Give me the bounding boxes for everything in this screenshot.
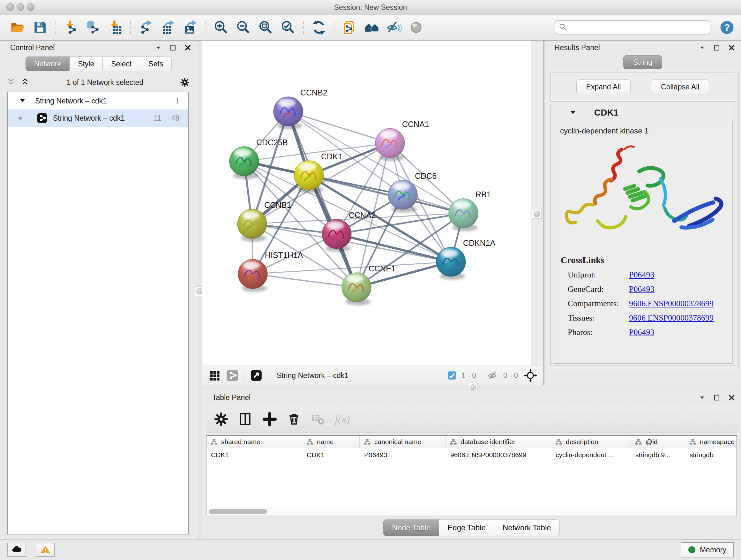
panel-float-icon[interactable] [713,44,721,52]
search-input[interactable] [568,23,706,32]
refresh-network-button[interactable] [310,18,328,37]
tree-expander-icon[interactable] [18,97,27,105]
panel-menu-icon[interactable] [698,44,706,52]
import-table-button[interactable] [106,18,124,37]
share-view-icon[interactable] [226,369,239,382]
tab-sets[interactable]: Sets [140,57,172,71]
zoom-selected-button[interactable] [279,18,297,37]
network-edge-CCNB2-CCNA1[interactable] [288,111,390,143]
crosslink-value-link[interactable]: P06493 [629,285,654,294]
table-hscrollbar[interactable] [206,508,737,516]
scrollbar-thumb[interactable] [209,509,267,514]
panel-close-icon[interactable] [728,44,736,52]
panel-menu-icon[interactable] [154,44,163,52]
splitter-grip[interactable] [532,209,542,219]
open-session-button[interactable] [9,18,26,37]
clear-table-button[interactable] [311,412,326,427]
expand-all-button[interactable]: Expand All [576,79,631,94]
table-splitter[interactable] [202,385,741,390]
table-row[interactable]: CDK1CDK1P064939606.ENSP00000378699cyclin… [206,448,737,462]
export-network-button[interactable] [137,18,155,37]
node-count: 11 [154,114,161,123]
collapse-all-icon[interactable] [6,78,16,87]
collapse-all-button[interactable]: Collapse All [651,79,709,94]
selected-checkbox-icon[interactable] [447,370,457,381]
export-image-button[interactable] [182,18,199,37]
panel-close-icon[interactable] [728,394,736,402]
panel-float-icon[interactable] [713,394,721,402]
expand-all-icon[interactable] [20,78,30,87]
search-box[interactable] [555,20,711,35]
network-node-CDC6[interactable]: CDC6 [388,172,436,212]
panel-close-icon[interactable] [184,44,192,52]
network-node-CDKN1A[interactable]: CDKN1A [436,239,495,280]
network-row-selected[interactable]: String Network – cdk1 11 48 [8,110,188,127]
column-header-canonical-name[interactable]: canonical name [360,436,446,448]
import-network-button[interactable] [62,18,79,37]
crosslink-value-link[interactable]: P06493 [629,270,654,280]
show-hidden-button[interactable] [408,18,425,37]
help-button[interactable]: ? [719,20,735,35]
network-node-CDK1[interactable]: CDK1 [294,152,342,193]
tab-node-table[interactable]: Node Table [383,519,439,536]
column-header-name[interactable]: name [302,436,360,448]
column-header--id[interactable]: @id [631,436,685,448]
delete-column-button[interactable] [286,412,301,427]
tab-network[interactable]: Network [25,57,70,71]
crosshair-icon[interactable] [524,369,537,382]
warnings-button[interactable] [36,543,55,557]
crosslinks-section: CrossLinks Uniprot:P06493GeneCard:P06493… [561,255,732,337]
left-splitter[interactable] [197,41,202,539]
results-panel: Results Panel String Expand All Collapse… [544,41,741,385]
zoom-fit-button[interactable] [257,18,275,37]
export-table-button[interactable] [159,18,177,37]
column-header-database-identifier[interactable]: database identifier [446,436,551,448]
crosslink-label: GeneCard: [568,285,629,294]
network-node-CCNB2[interactable]: CCNB2 [273,88,327,129]
crosslink-value-link[interactable]: 9606.ENSP00000378699 [629,299,714,308]
column-header-shared-name[interactable]: shared name [206,436,302,448]
hide-selected-button[interactable] [385,18,403,37]
crosslink-value-link[interactable]: 9606.ENSP00000378699 [629,313,714,323]
shared-column-icon [306,438,314,446]
show-columns-button[interactable] [238,412,253,427]
cloud-button[interactable] [7,543,26,557]
first-neighbors-button[interactable] [363,18,381,37]
grid-view-icon[interactable] [208,369,222,382]
hidden-eye-icon[interactable] [487,370,499,381]
network-node-RB1[interactable]: RB1 [449,190,491,231]
network-edge-CCNE1-HIST1H1A[interactable] [253,274,356,287]
network-canvas[interactable]: CCNB2 CCNA1 CDC25B CDK1 CDC6 RB1 CCNB1 [202,41,531,366]
column-header-namespace[interactable]: namespace [685,436,737,448]
memory-button[interactable]: Memory [681,542,734,557]
table-settings-button[interactable] [214,412,228,427]
gear-icon[interactable] [180,78,190,87]
gene-result-header[interactable]: CDK1 [551,105,735,120]
tab-edge-table[interactable]: Edge Table [439,519,494,536]
crosslink-row: Pharos:P06493 [561,327,732,337]
column-header-description[interactable]: description [551,436,631,448]
duplicate-network-button[interactable] [340,18,358,37]
collapse-caret-icon[interactable] [569,108,578,117]
save-session-button[interactable] [31,18,49,37]
zoom-in-button[interactable] [212,18,230,37]
node-label-CDKN1A: CDKN1A [463,239,495,247]
table-cell: 9606.ENSP00000378699 [446,451,551,459]
import-database-button[interactable] [84,18,102,37]
panel-float-icon[interactable] [169,44,178,52]
function-builder-button[interactable]: f(x) [335,412,350,427]
birdseye-view-icon[interactable] [250,369,263,382]
tab-string[interactable]: String [623,55,662,69]
table-cell: P06493 [360,451,446,459]
tab-select[interactable]: Select [103,57,140,71]
tab-network-table[interactable]: Network Table [494,519,560,536]
add-column-button[interactable] [262,412,277,427]
crosslink-value-link[interactable]: P06493 [629,327,654,337]
crosslink-label: Pharos: [568,327,629,337]
tab-style[interactable]: Style [70,57,103,71]
results-panel-title: Results Panel [555,44,600,52]
title-bar: Session: New Session [0,0,741,15]
panel-menu-icon[interactable] [698,394,706,402]
zoom-out-button[interactable] [234,18,253,37]
network-collection-row[interactable]: String Network – cdk1 1 [8,92,188,110]
